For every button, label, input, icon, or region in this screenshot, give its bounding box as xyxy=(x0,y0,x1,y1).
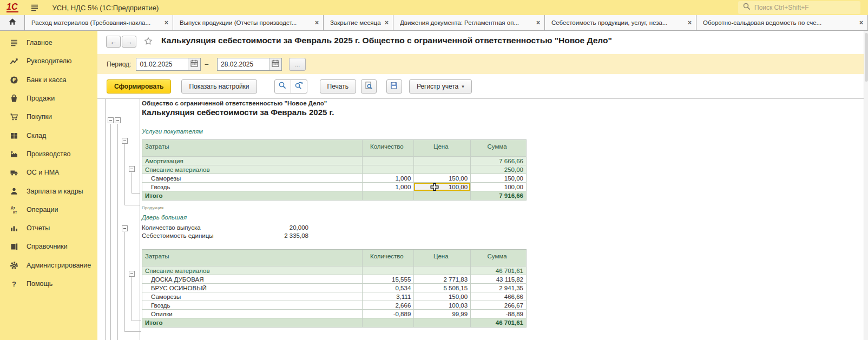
collapse-button[interactable] xyxy=(108,117,114,123)
sidebar-item-pomosch[interactable]: ?Помощь xyxy=(0,275,97,293)
cell-qty[interactable]: 1,000 xyxy=(363,174,414,183)
sidebar-item-proizvodstvo[interactable]: Производство xyxy=(0,145,97,163)
cell-sum[interactable]: 150,00 xyxy=(471,174,527,183)
cell-price[interactable]: 100,03 xyxy=(414,301,471,310)
period-from-input[interactable]: 01.02.2025 xyxy=(136,58,201,71)
cell-price[interactable]: 100,00 xyxy=(414,183,471,191)
sidebar-item-administrirovanie[interactable]: Администрирование xyxy=(0,256,97,275)
group-label-product[interactable]: Дверь большая xyxy=(142,214,187,221)
cell-qty[interactable]: 0,534 xyxy=(363,284,414,292)
calendar-button[interactable] xyxy=(269,58,281,70)
column-header[interactable]: Цена xyxy=(414,250,471,266)
cell-sum[interactable]: 100,00 xyxy=(471,183,527,191)
sidebar-item-os-i-nma[interactable]: ОС и НМА xyxy=(0,163,97,182)
sidebar-item-zarplata-i-kadry[interactable]: Зарплата и кадры xyxy=(0,182,97,200)
tab-5[interactable]: Себестоимость продукции, услуг, неза...× xyxy=(545,15,696,30)
tab-close-icon[interactable]: × xyxy=(536,19,540,26)
save-button[interactable] xyxy=(386,79,402,94)
cell-qty[interactable]: -0,889 xyxy=(363,310,414,318)
global-search[interactable]: Поиск Ctrl+Shift+F xyxy=(738,1,860,14)
tab-close-icon[interactable]: × xyxy=(165,19,168,26)
calendar-button[interactable] xyxy=(188,58,200,70)
cell-qty[interactable]: 3,111 xyxy=(363,292,414,301)
stat-value[interactable]: 20,000 xyxy=(290,224,308,232)
cell-qty[interactable]: 15,555 xyxy=(363,275,414,284)
forward-button[interactable]: → xyxy=(122,36,136,48)
cell-sum[interactable]: -88,89 xyxy=(471,310,527,318)
cell-qty[interactable] xyxy=(363,266,414,275)
print-button[interactable]: Печать xyxy=(320,79,356,94)
column-header[interactable]: Количество xyxy=(363,140,414,157)
sidebar-item-spravochniki[interactable]: Справочники xyxy=(0,237,97,256)
period-from-value[interactable]: 01.02.2025 xyxy=(136,61,188,68)
group-label-services[interactable]: Услуги покупателям xyxy=(142,128,203,135)
column-header[interactable]: Затраты xyxy=(142,140,363,157)
cell-price[interactable]: 5 508,15 xyxy=(414,284,471,292)
cell-name[interactable]: Гвоздь xyxy=(142,183,363,191)
sidebar-item-otchety[interactable]: Отчеты xyxy=(0,219,97,237)
column-header[interactable]: Цена xyxy=(414,140,471,157)
tab-close-icon[interactable]: × xyxy=(688,19,692,26)
cell-sum[interactable]: 43 115,82 xyxy=(471,275,527,284)
cell-sum[interactable]: 46 701,61 xyxy=(471,266,527,275)
cell-name[interactable]: Списание материалов xyxy=(142,165,363,174)
cell-price[interactable]: 2 771,83 xyxy=(414,275,471,284)
cell-qty[interactable]: 1,000 xyxy=(363,183,414,191)
period-to-value[interactable]: 28.02.2025 xyxy=(218,61,269,68)
cell-qty[interactable] xyxy=(363,191,414,201)
cell-sum[interactable]: 46 701,61 xyxy=(471,318,527,328)
sidebar-item-prodazhi[interactable]: Продажи xyxy=(0,89,97,108)
main-menu-icon[interactable] xyxy=(30,3,40,12)
sidebar-item-pokupki[interactable]: Покупки xyxy=(0,108,97,126)
tab-close-icon[interactable]: × xyxy=(859,19,863,26)
home-tab[interactable] xyxy=(0,15,25,30)
cell-name[interactable]: Опилки xyxy=(142,310,363,318)
tab-4[interactable]: Движения документа: Регламентная оп...× xyxy=(393,15,545,30)
sidebar-item-operacii[interactable]: ДтКтОперации xyxy=(0,201,97,219)
tab-close-icon[interactable]: × xyxy=(315,19,319,26)
cell-name[interactable]: Итого xyxy=(142,318,363,328)
sidebar-item-sklad[interactable]: Склад xyxy=(0,126,97,144)
cell-price[interactable]: 150,00 xyxy=(414,174,471,183)
cell-price[interactable] xyxy=(414,318,471,328)
cell-price[interactable] xyxy=(414,266,471,275)
cell-sum[interactable]: 466,66 xyxy=(471,292,527,301)
column-header[interactable]: Количество xyxy=(363,250,414,266)
cell-name[interactable]: БРУС ОСИНОВЫЙ xyxy=(142,284,363,292)
cell-qty[interactable] xyxy=(363,318,414,328)
cell-name[interactable]: Саморезы xyxy=(142,174,363,183)
column-header[interactable]: Сумма xyxy=(471,250,527,266)
period-more-button[interactable]: ... xyxy=(289,58,306,71)
cell-name[interactable]: Списание материалов xyxy=(142,266,363,275)
favorite-star-icon[interactable] xyxy=(144,37,155,48)
collapse-button[interactable] xyxy=(115,117,121,123)
tab-1[interactable]: Расход материалов (Требования-накла...× xyxy=(25,15,173,30)
tab-6[interactable]: Оборотно-сальдовая ведомость по сче...× xyxy=(696,15,868,30)
cell-sum[interactable]: 7 666,66 xyxy=(471,157,527,165)
tab-3[interactable]: Закрытие месяца× xyxy=(324,15,393,30)
cell-qty[interactable] xyxy=(363,165,414,174)
sidebar-item-rukovoditelyu[interactable]: Руководителю xyxy=(0,52,97,70)
cell-name[interactable]: Гвоздь xyxy=(142,301,363,310)
cell-name[interactable]: Саморезы xyxy=(142,292,363,301)
cell-price[interactable]: 150,00 xyxy=(414,292,471,301)
cell-sum[interactable]: 250,00 xyxy=(471,165,527,174)
cell-name[interactable]: Итого xyxy=(142,191,363,201)
collapse-button[interactable] xyxy=(122,138,128,144)
vertical-scrollbar[interactable] xyxy=(864,31,868,340)
print-preview-button[interactable] xyxy=(361,79,377,94)
column-header[interactable]: Сумма xyxy=(471,140,527,157)
register-dropdown-button[interactable]: Регистр учета ▾ xyxy=(409,79,472,94)
collapse-button[interactable] xyxy=(122,225,128,231)
sidebar-item-bank-i-kassa[interactable]: ₽Банк и касса xyxy=(0,71,97,89)
period-to-input[interactable]: 28.02.2025 xyxy=(217,58,282,71)
tab-2[interactable]: Выпуск продукции (Отчеты производст...× xyxy=(173,15,324,30)
cell-sum[interactable]: 266,67 xyxy=(471,301,527,310)
cell-sum[interactable]: 2 941,35 xyxy=(471,284,527,292)
cell-qty[interactable] xyxy=(363,157,414,165)
show-settings-button[interactable]: Показать настройки xyxy=(181,79,257,94)
refresh-find-button[interactable] xyxy=(291,80,307,93)
cell-name[interactable]: ДОСКА ДУБОВАЯ xyxy=(142,275,363,284)
cell-sum[interactable]: 7 916,66 xyxy=(471,191,527,201)
tab-close-icon[interactable]: × xyxy=(385,19,389,26)
